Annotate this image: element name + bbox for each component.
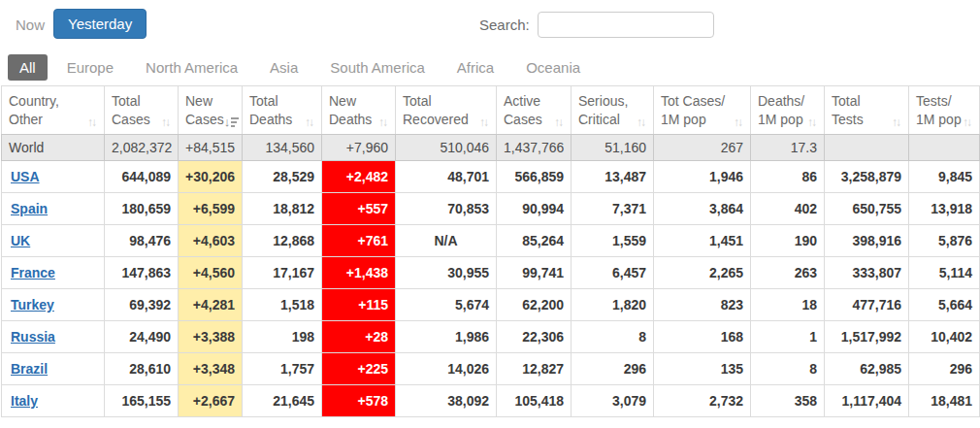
cell-active-cases: 99,741 xyxy=(497,257,572,289)
cell-total-tests: 398,916 xyxy=(825,225,909,257)
cell-serious-critical: 13,487 xyxy=(572,161,654,193)
sort-icon[interactable]: ↑↓ xyxy=(479,115,489,129)
cell-new-cases: +4,560 xyxy=(179,257,243,289)
col-header-serious-critical[interactable]: Serious,Critical↑↓ xyxy=(572,86,654,135)
cell-total-deaths: 18,812 xyxy=(243,193,322,225)
cell-total-deaths: 21,645 xyxy=(243,385,322,417)
col-header-country-other[interactable]: Country,Other↑↓ xyxy=(2,86,105,135)
cell-deaths-per-1m: 8 xyxy=(751,353,825,385)
search-input[interactable] xyxy=(538,12,714,38)
cell-cases-per-1m: 1,946 xyxy=(654,161,751,193)
cell-total-cases: 24,490 xyxy=(105,321,179,353)
cell-name: UK xyxy=(2,225,105,257)
cell-new-deaths: +225 xyxy=(322,353,396,385)
now-button[interactable]: Now xyxy=(14,13,47,37)
cell-total-deaths: 1,757 xyxy=(243,353,322,385)
cell-total-tests: 1,517,992 xyxy=(825,321,909,353)
cell-tests-per-1m xyxy=(909,135,980,161)
sort-icon[interactable]: ↑↓ xyxy=(892,115,901,129)
sort-icon[interactable]: ↑↓ xyxy=(161,115,171,129)
country-link-usa[interactable]: USA xyxy=(11,169,40,184)
tab-south-america[interactable]: South America xyxy=(317,54,438,81)
column-label: Country,Other xyxy=(9,92,59,129)
cell-active-cases: 105,418 xyxy=(497,385,572,417)
cell-cases-per-1m: 1,451 xyxy=(654,225,751,257)
country-link-brazil[interactable]: Brazil xyxy=(11,361,48,377)
col-header-total-recovered[interactable]: TotalRecovered↑↓ xyxy=(396,86,497,135)
cell-total-recovered: 30,955 xyxy=(396,257,497,289)
toolbar: Now Yesterday Search: xyxy=(0,0,980,49)
col-header-tests-1m-pop[interactable]: Tests/1M pop↑↓ xyxy=(909,86,980,135)
search-label: Search: xyxy=(479,16,530,33)
tab-oceania[interactable]: Oceania xyxy=(513,54,593,81)
cell-total-recovered: 14,026 xyxy=(396,353,497,385)
search-area: Search: xyxy=(479,12,714,38)
column-label: NewCases xyxy=(185,92,224,129)
tab-africa[interactable]: Africa xyxy=(444,54,506,81)
cell-serious-critical: 8 xyxy=(572,321,654,353)
tab-asia[interactable]: Asia xyxy=(257,54,310,81)
col-header-total-tests[interactable]: TotalTests↑↓ xyxy=(825,86,909,135)
cell-total-recovered: 48,701 xyxy=(396,161,497,193)
col-header-new-deaths[interactable]: NewDeaths↑↓ xyxy=(322,86,396,135)
sort-icon[interactable]: ↑↓ xyxy=(305,115,314,129)
col-header-active-cases[interactable]: ActiveCases↑↓ xyxy=(497,86,572,135)
cell-total-recovered: 38,092 xyxy=(396,385,497,417)
country-link-turkey[interactable]: Turkey xyxy=(11,297,54,313)
sort-icon[interactable]: ↑↓ xyxy=(637,115,646,129)
cell-deaths-per-1m: 18 xyxy=(751,289,825,321)
cell-serious-critical: 7,371 xyxy=(572,193,654,225)
cell-new-deaths: +1,438 xyxy=(322,257,396,289)
col-header-total-deaths[interactable]: TotalDeaths↑↓ xyxy=(243,86,322,135)
tab-europe[interactable]: Europe xyxy=(54,54,126,81)
cell-total-recovered: 510,046 xyxy=(396,135,497,161)
cell-tests-per-1m: 5,664 xyxy=(909,289,980,321)
cell-total-tests: 650,755 xyxy=(825,193,909,225)
sort-icon[interactable]: ↑↓ xyxy=(734,115,743,129)
cell-new-deaths: +115 xyxy=(322,289,396,321)
header-row: Country,Other↑↓TotalCases↑↓NewCases↓Tota… xyxy=(2,86,980,135)
cell-total-cases: 165,155 xyxy=(105,385,179,417)
country-link-russia[interactable]: Russia xyxy=(11,329,55,345)
cell-deaths-per-1m: 86 xyxy=(751,161,825,193)
column-label: NewDeaths xyxy=(329,92,372,129)
cell-total-recovered: 70,853 xyxy=(396,193,497,225)
col-header-tot-cases-1m-pop[interactable]: Tot Cases/1M pop↑↓ xyxy=(654,86,751,135)
tab-all[interactable]: All xyxy=(8,54,48,81)
cell-name: Spain xyxy=(2,193,105,225)
yesterday-button[interactable]: Yesterday xyxy=(53,9,147,39)
cell-active-cases: 22,306 xyxy=(497,321,572,353)
cell-total-tests: 333,807 xyxy=(825,257,909,289)
cell-total-tests: 3,258,879 xyxy=(825,161,909,193)
country-link-spain[interactable]: Spain xyxy=(11,201,48,216)
sort-icon[interactable]: ↑↓ xyxy=(87,115,97,129)
sort-icon[interactable]: ↑↓ xyxy=(378,115,388,129)
cell-serious-critical: 6,457 xyxy=(572,257,654,289)
cell-new-cases: +84,515 xyxy=(179,135,243,161)
cell-name: USA xyxy=(2,161,105,193)
cell-total-tests: 1,117,404 xyxy=(825,385,909,417)
country-link-uk[interactable]: UK xyxy=(11,233,30,248)
col-header-total-cases[interactable]: TotalCases↑↓ xyxy=(105,86,179,135)
sort-icon[interactable]: ↑↓ xyxy=(554,115,564,129)
stats-table: Country,Other↑↓TotalCases↑↓NewCases↓Tota… xyxy=(1,85,980,417)
cell-tests-per-1m: 13,918 xyxy=(909,193,980,225)
cell-name: World xyxy=(2,135,105,161)
col-header-new-cases[interactable]: NewCases↓ xyxy=(179,86,243,135)
col-header-deaths-1m-pop[interactable]: Deaths/1M pop↑↓ xyxy=(751,86,825,135)
country-link-italy[interactable]: Italy xyxy=(11,393,38,409)
cell-total-cases: 28,610 xyxy=(105,353,179,385)
sort-desc-icon[interactable]: ↓ xyxy=(224,115,242,129)
cell-serious-critical: 296 xyxy=(572,353,654,385)
cell-new-cases: +2,667 xyxy=(179,385,243,417)
tab-north-america[interactable]: North America xyxy=(133,54,250,81)
sort-icon[interactable]: ↑↓ xyxy=(807,115,817,129)
cell-total-cases: 2,082,372 xyxy=(105,135,179,161)
cell-serious-critical: 51,160 xyxy=(572,135,654,161)
column-label: Tests/1M pop xyxy=(916,92,962,129)
cell-new-deaths: +578 xyxy=(322,385,396,417)
cell-cases-per-1m: 2,732 xyxy=(654,385,751,417)
cell-tests-per-1m: 9,845 xyxy=(909,161,980,193)
sort-icon[interactable]: ↑↓ xyxy=(963,115,972,129)
country-link-france[interactable]: France xyxy=(11,265,55,280)
